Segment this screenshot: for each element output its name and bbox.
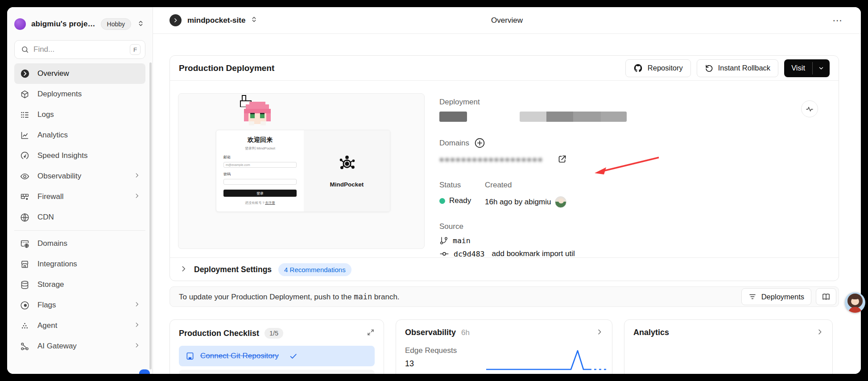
- sidebar-scrollbar[interactable]: [149, 62, 152, 369]
- sidebar-item-label: Domains: [37, 239, 67, 248]
- main-header: Overview mindpocket-site ⋯: [153, 7, 861, 34]
- chevron-updown-icon[interactable]: [137, 20, 144, 29]
- page-title: Overview: [153, 16, 861, 25]
- sidebar-item-domains[interactable]: Domains: [14, 233, 145, 254]
- visit-split-button: Visit: [784, 59, 830, 77]
- sidebar-item-storage[interactable]: Storage: [14, 274, 145, 295]
- branch-name[interactable]: main: [453, 236, 471, 245]
- search-input[interactable]: Find... F: [14, 40, 145, 59]
- sidebar-item-label: Deployments: [37, 90, 82, 99]
- main-content: Production Deployment Repository: [153, 34, 861, 374]
- deployments-filter-button[interactable]: Deployments: [741, 288, 811, 305]
- production-title: Production Deployment: [179, 63, 274, 73]
- preview-password-input: [223, 179, 297, 185]
- deployment-label: Deployment: [439, 98, 689, 107]
- more-menu-button[interactable]: ⋯: [832, 15, 843, 26]
- visit-button[interactable]: Visit: [784, 59, 812, 77]
- sidebar-item-label: Overview: [37, 69, 69, 78]
- chevron-right-icon: [134, 192, 140, 201]
- creator-avatar: [555, 196, 566, 208]
- agent-icon: [20, 321, 30, 331]
- chevron-right-icon: [134, 342, 140, 351]
- sidebar-item-logs[interactable]: Logs: [14, 104, 145, 125]
- source-label: Source: [439, 222, 689, 231]
- sidebar-item-integrations[interactable]: Integrations: [14, 254, 145, 274]
- domains-icon: [20, 239, 30, 249]
- push-hint-text: To update your Production Deployment, pu…: [179, 293, 354, 301]
- speed-insights-icon: [20, 151, 30, 161]
- observability-icon: [20, 171, 30, 182]
- analytics-icon: [20, 130, 30, 141]
- external-link-icon[interactable]: [558, 154, 567, 166]
- sidebar-item-deployments[interactable]: Deployments: [14, 84, 145, 104]
- sidebar-item-label: Analytics: [37, 131, 68, 140]
- sidebar-item-flags[interactable]: Flags: [14, 295, 145, 315]
- production-checklist-card: Production Checklist 1/5 Connect Git Rep…: [169, 319, 384, 374]
- commit-hash[interactable]: dc9d483: [454, 250, 485, 258]
- deployment-id-redacted: [439, 112, 689, 122]
- overview-cards-row: Production Checklist 1/5 Connect Git Rep…: [169, 319, 833, 374]
- sidebar-item-label: Integrations: [37, 260, 77, 269]
- search-placeholder: Find...: [33, 45, 125, 54]
- preview-signup-link: 去注册: [265, 201, 275, 205]
- book-icon: [822, 292, 831, 301]
- search-shortcut-key: F: [130, 44, 141, 55]
- preview-signup-hint: 还没有账号？: [245, 201, 265, 205]
- sidebar: abigmiu's proje… Hobby Find... F Overvie…: [7, 7, 153, 374]
- sidebar-item-label: Speed Insights: [37, 151, 87, 160]
- sidebar-item-agent[interactable]: Agent: [14, 315, 145, 336]
- preview-login-page: 欢迎回来 登录到 MindPocket 邮箱 密码 登录 还没有账号？去注册: [216, 130, 390, 212]
- logs-icon: [20, 110, 30, 120]
- deployment-preview[interactable]: 欢迎回来 登录到 MindPocket 邮箱 密码 登录 还没有账号？去注册: [178, 93, 425, 249]
- sidebar-item-cdn[interactable]: CDN: [14, 207, 145, 228]
- preview-email-input: [223, 162, 297, 168]
- sidebar-item-label: Observability: [37, 172, 81, 181]
- add-domain-button[interactable]: [474, 137, 485, 149]
- edge-requests-sparkline: [485, 348, 608, 373]
- deployment-settings-toggle[interactable]: Deployment Settings 4 Recommendations: [170, 257, 839, 281]
- deployments-icon: [20, 89, 30, 99]
- github-icon: [633, 63, 643, 73]
- expand-icon[interactable]: [367, 328, 375, 338]
- deployment-settings-label: Deployment Settings: [194, 265, 272, 274]
- sidebar-item-observability[interactable]: Observability: [14, 166, 145, 186]
- chevron-right-icon[interactable]: [596, 328, 603, 337]
- preview-password-label: 密码: [223, 172, 297, 177]
- docs-book-button[interactable]: [816, 288, 836, 305]
- checklist-progress-badge: 1/5: [265, 328, 283, 339]
- chevron-right-icon: [180, 265, 187, 274]
- deployments-button-label: Deployments: [761, 293, 804, 301]
- plan-badge: Hobby: [101, 18, 131, 30]
- chevron-right-icon[interactable]: [816, 328, 823, 337]
- sidebar-nav: Overview Deployments Logs Analytics: [14, 63, 145, 356]
- filter-icon: [748, 293, 756, 301]
- chevron-right-icon: [134, 301, 140, 310]
- activity-pulse-button[interactable]: [801, 100, 818, 117]
- instant-rollback-label: Instant Rollback: [718, 64, 770, 72]
- repository-button[interactable]: Repository: [625, 59, 691, 77]
- checklist-title: Production Checklist: [179, 329, 259, 338]
- sidebar-divider: [14, 230, 145, 231]
- checklist-item-next[interactable]: [179, 370, 375, 374]
- sidebar-item-overview[interactable]: Overview: [14, 63, 145, 84]
- instant-rollback-button[interactable]: Instant Rollback: [697, 59, 778, 77]
- sidebar-item-label: Firewall: [37, 192, 64, 201]
- sidebar-item-label: Flags: [37, 301, 56, 310]
- user-avatar-widget[interactable]: [845, 292, 865, 313]
- avatar-bangs: [850, 296, 860, 299]
- team-switcher[interactable]: abigmiu's proje… Hobby: [14, 14, 145, 34]
- preview-welcome-title: 欢迎回来: [223, 136, 297, 144]
- observability-range: 6h: [461, 328, 470, 337]
- created-value: 16h ago by abigmiu: [485, 198, 551, 207]
- sidebar-item-speed-insights[interactable]: Speed Insights: [14, 145, 145, 166]
- sidebar-item-analytics[interactable]: Analytics: [14, 125, 145, 145]
- sidebar-item-label: CDN: [37, 213, 54, 222]
- checklist-item-connect-git[interactable]: Connect Git Repository: [179, 346, 375, 366]
- sidebar-item-ai-gateway[interactable]: AI Gateway: [14, 336, 145, 356]
- sidebar-item-firewall[interactable]: Firewall: [14, 186, 145, 207]
- redacted-block: [439, 112, 467, 122]
- firewall-icon: [20, 192, 30, 202]
- visit-dropdown-button[interactable]: [813, 59, 830, 77]
- red-annotation-arrow: [592, 155, 663, 177]
- checklist-item-label: Connect Git Repository: [200, 352, 279, 360]
